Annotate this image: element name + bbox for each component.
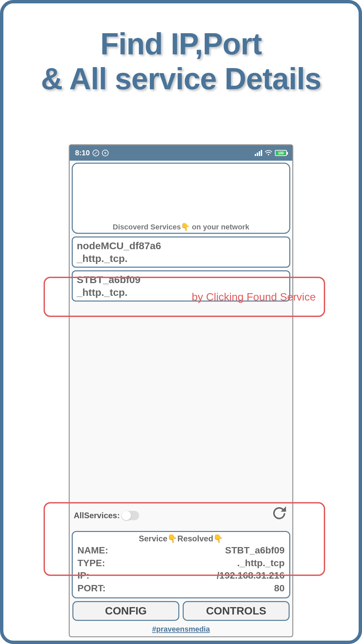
resolved-card: Service👇Resolved👇 NAME: STBT_a6bf09 TYPE…	[72, 531, 290, 598]
controls-button[interactable]: CONTROLS	[183, 601, 290, 621]
service-item[interactable]: STBT_a6bf09 _http._tcp.	[72, 270, 290, 302]
resolved-value: /192.168.31.216	[217, 569, 285, 582]
discovered-header-card: Discoverd Services👇 on your network	[72, 163, 290, 234]
toggle-knob	[122, 511, 131, 520]
footer-link[interactable]: #praveensmedia	[72, 624, 290, 634]
resolved-title: Service👇Resolved👇	[77, 534, 285, 543]
status-right: 100	[255, 150, 287, 156]
service-item[interactable]: nodeMCU_df87a6 _http._tcp.	[72, 236, 290, 268]
allservices-label: AllServices:	[74, 511, 120, 520]
resolved-row: NAME: STBT_a6bf09	[77, 544, 285, 557]
resolved-value: ._http._tcp	[237, 557, 285, 570]
bottom-buttons: CONFIG CONTROLS	[72, 601, 290, 621]
allservices-row: AllServices:	[72, 504, 290, 528]
resolved-row: PORT: 80	[77, 582, 285, 595]
headline: Find IP,Port & All service Details	[3, 3, 359, 96]
headline-line-2: & All service Details	[3, 62, 359, 97]
battery-level: 100	[278, 151, 284, 155]
resolved-value: STBT_a6bf09	[225, 544, 285, 557]
resolved-value: 80	[274, 582, 285, 595]
svg-point-2	[268, 154, 269, 155]
headline-line-1: Find IP,Port	[3, 27, 359, 62]
resolved-key: PORT:	[77, 582, 106, 595]
signal-icon	[255, 150, 262, 156]
status-left: 8:10	[75, 149, 109, 157]
resolved-row: TYPE: ._http._tcp	[77, 557, 285, 570]
wifi-icon	[265, 150, 272, 156]
resolved-key: IP:	[77, 569, 89, 582]
refresh-icon[interactable]	[270, 504, 288, 522]
allservices-toggle[interactable]	[122, 511, 139, 520]
service-name: STBT_a6bf09	[77, 273, 285, 286]
discovered-header-label: Discoverd Services👇 on your network	[73, 223, 289, 231]
phone-mockup: 8:10	[69, 144, 293, 637]
app-body: Discoverd Services👇 on your network node…	[70, 161, 292, 636]
resolved-key: NAME:	[77, 544, 108, 557]
svg-point-1	[105, 152, 106, 154]
resolved-key: TYPE:	[77, 557, 105, 570]
service-type: _http._tcp.	[77, 286, 285, 299]
config-button[interactable]: CONFIG	[72, 601, 179, 621]
svg-line-0	[95, 152, 97, 154]
resolved-row: IP: /192.168.31.216	[77, 569, 285, 582]
empty-space: AllServices:	[72, 304, 290, 528]
status-bar: 8:10	[70, 145, 292, 161]
status-circle-icon	[102, 150, 109, 156]
service-name: nodeMCU_df87a6	[77, 239, 285, 252]
promo-frame: Find IP,Port & All service Details 8:10	[0, 0, 362, 644]
dnd-icon	[93, 150, 99, 156]
service-type: _http._tcp.	[77, 252, 285, 265]
battery-icon: 100	[275, 150, 287, 156]
status-time: 8:10	[75, 149, 90, 157]
